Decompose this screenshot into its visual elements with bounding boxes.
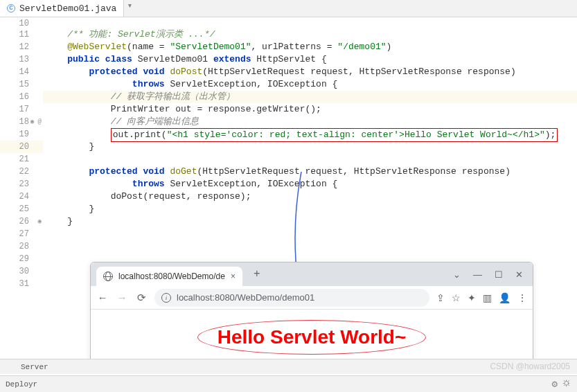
browser-viewport: Hello Servlet World~ (91, 310, 533, 365)
line-number: 16 (0, 91, 43, 103)
file-tab-name: ServletDemo01.java (19, 3, 116, 14)
bookmark-list-icon[interactable]: ▥ (483, 292, 492, 303)
maximize-icon[interactable]: ☐ (495, 269, 503, 280)
code-line: protected void doGet(HttpServletRequest … (43, 166, 577, 178)
line-number: 27 (0, 228, 43, 240)
deploy-indicator[interactable]: Deployr (6, 380, 37, 389)
code-line: throws ServletException, IOException { (43, 78, 577, 91)
line-number: 10 (0, 19, 43, 28)
code-line: // 向客户端输出信息 (43, 116, 577, 128)
forward-button: → (116, 292, 128, 303)
line-number: 14 (0, 66, 43, 78)
code-line: out.print("<h1 style='color: red; text-a… (43, 128, 577, 141)
code-line: @WebServlet(name = "ServletDemo01", urlP… (43, 41, 577, 53)
line-number: 28 (0, 240, 43, 253)
minimize-icon[interactable]: — (473, 269, 482, 280)
code-line: } (43, 141, 577, 153)
browser-window: localhost:8080/WebDemo/de × + ⌄ — ☐ ✕ ← … (90, 262, 533, 366)
line-number: 31 (0, 278, 43, 290)
tab-dropdown-icon[interactable]: ▾ (127, 0, 132, 17)
gear-icon[interactable]: ⚙ (552, 378, 558, 390)
extensions-icon[interactable]: ✦ (468, 292, 476, 303)
line-number: 22 (0, 166, 43, 178)
line-number: 11 (0, 28, 43, 41)
line-number: 12 (0, 41, 43, 53)
window-controls: ⌄ — ☐ ✕ (453, 269, 533, 280)
code-line: /** 功能: Servlet演示类 ...*/ (43, 28, 577, 41)
close-tab-icon[interactable]: × (231, 271, 236, 281)
line-number: 18 (0, 116, 43, 128)
page-heading: Hello Servlet World~ (218, 326, 407, 348)
star-icon[interactable]: ☆ (452, 292, 461, 303)
new-tab-button[interactable]: + (248, 268, 266, 280)
code-line: doPost(request, response); (43, 190, 577, 203)
address-bar[interactable]: i localhost:8080/WebDemo/demo01 (154, 289, 429, 307)
line-number: 20 (0, 141, 43, 153)
code-line: // 获取字符输出流（出水管） (43, 91, 577, 103)
line-number: 26 (0, 215, 43, 228)
back-button[interactable]: ← (96, 292, 109, 303)
browser-toolbar: ← → ⟳ i localhost:8080/WebDemo/demo01 ⇪ … (91, 286, 533, 310)
code-line: protected void doPost(HttpServletRequest… (43, 66, 577, 78)
status-bar: Deployr ⚙ ⛭ (0, 375, 577, 392)
line-number: 24 (0, 190, 43, 203)
line-number: 13 (0, 53, 43, 66)
server-tab[interactable]: Server (21, 363, 48, 371)
code-editor: 10 11 12 13 14 15 16 17 18 19 20 21 22 2… (0, 17, 577, 290)
settings-icon[interactable]: ⛭ (562, 378, 571, 390)
editor-tab-bar: C ServletDemo01.java ▾ (0, 0, 577, 17)
browser-tab[interactable]: localhost:8080/WebDemo/de × (96, 267, 242, 286)
site-info-icon[interactable]: i (161, 293, 171, 303)
line-number: 30 (0, 265, 43, 278)
url-text: localhost:8080/WebDemo/demo01 (177, 292, 314, 303)
line-number: 15 (0, 78, 43, 91)
globe-icon (103, 271, 113, 281)
code-area[interactable]: /** 功能: Servlet演示类 ...*/ @WebServlet(nam… (43, 17, 577, 290)
line-number: 29 (0, 253, 43, 265)
file-tab[interactable]: C ServletDemo01.java (0, 0, 124, 17)
code-line (43, 153, 577, 166)
code-line (43, 228, 577, 240)
line-number: 25 (0, 203, 43, 215)
chevron-down-icon[interactable]: ⌄ (453, 269, 461, 280)
share-icon[interactable]: ⇪ (436, 292, 445, 303)
java-class-icon: C (7, 4, 15, 12)
reload-button[interactable]: ⟳ (135, 292, 148, 304)
browser-tab-title: localhost:8080/WebDemo/de (118, 271, 225, 281)
line-number: 23 (0, 178, 43, 190)
code-line: } (43, 203, 577, 215)
code-line: throws ServletException, IOException { (43, 178, 577, 190)
code-line: public class ServletDemo01 extends HttpS… (43, 53, 577, 66)
code-line: } (43, 215, 577, 228)
close-window-icon[interactable]: ✕ (515, 269, 523, 280)
code-line: PrintWriter out = response.getWriter(); (43, 103, 577, 116)
browser-tab-strip: localhost:8080/WebDemo/de × + ⌄ — ☐ ✕ (91, 262, 533, 286)
watermark-text: CSDN @howard2005 (490, 362, 570, 371)
line-number: 21 (0, 153, 43, 166)
line-number: 17 (0, 103, 43, 116)
line-gutter: 10 11 12 13 14 15 16 17 18 19 20 21 22 2… (0, 17, 43, 290)
profile-icon[interactable]: 👤 (499, 292, 511, 303)
line-number: 19 (0, 128, 43, 141)
code-line (43, 19, 577, 28)
menu-icon[interactable]: ⋮ (517, 292, 527, 303)
